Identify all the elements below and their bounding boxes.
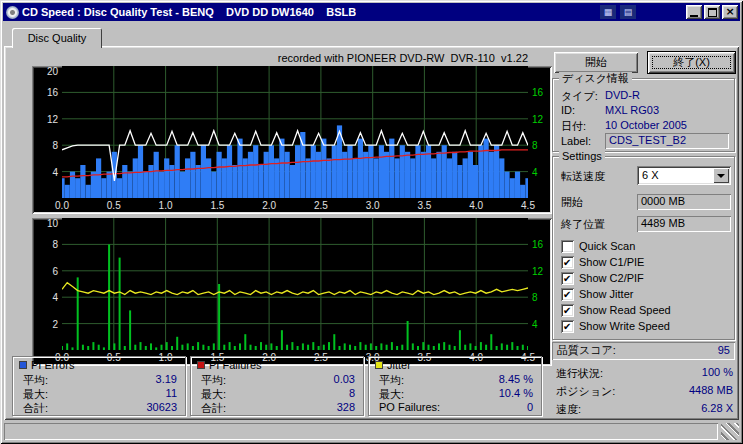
pi-failures-plot xyxy=(62,218,528,350)
stat-label: 平均: xyxy=(201,374,226,386)
maximize-icon xyxy=(708,8,717,17)
checkbox-label: Show C1/PIE xyxy=(579,256,644,268)
checkbox-row-show-c2-pif[interactable]: Show C2/PIF xyxy=(561,271,644,285)
show-c1-pie-checkbox[interactable] xyxy=(561,256,574,269)
stat-row: 合計:328 xyxy=(201,401,355,414)
pi-errors-chart: 20161284 161284 0.00.51.01.52.02.53.03.5… xyxy=(32,66,552,214)
pi-errors-plot xyxy=(62,66,528,198)
stat-row: 最大:11 xyxy=(23,387,177,400)
end-pos-value-box: 4489 MB xyxy=(637,216,731,232)
tab-disc-quality[interactable]: Disc Quality xyxy=(12,28,102,48)
exit-button[interactable]: 終了(X) xyxy=(648,52,735,73)
stat-label: 最大: xyxy=(23,388,48,400)
disc-id-row: ID:MXL RG03 xyxy=(561,104,729,119)
checkbox-row-show-jitter[interactable]: Show Jitter xyxy=(561,287,633,301)
dropdown-button[interactable] xyxy=(713,168,729,183)
stat-row: 最大:8 xyxy=(201,387,355,400)
y-axis-right: 161284 xyxy=(528,218,552,350)
checkbox-label: Show Read Speed xyxy=(579,304,671,316)
tab-page: recorded with PIONEER DVD-RW DVR-110 v1.… xyxy=(4,46,739,420)
stat-header: Jitter xyxy=(375,359,411,371)
show-write-speed-checkbox[interactable] xyxy=(561,320,574,333)
show-read-speed-checkbox[interactable] xyxy=(561,304,574,317)
checkbox-label: Quick Scan xyxy=(579,240,635,252)
show-c2-pif-checkbox[interactable] xyxy=(561,272,574,285)
close-button[interactable]: × xyxy=(722,5,738,19)
field-value: 10 October 2005 xyxy=(605,119,687,131)
maximize-button[interactable] xyxy=(704,5,720,19)
jitter-stats: Jitter 平均:8.45 % 最大:10.4 % PO Failures:0 xyxy=(368,356,542,416)
stat-title: PI Errors xyxy=(31,359,74,371)
field-label: タイプ: xyxy=(561,90,598,102)
disc-label-value-box: CDS_TEST_B2 xyxy=(605,133,729,149)
titlebar-controls: ▦ ▤ × xyxy=(600,5,738,19)
resize-grip[interactable] xyxy=(721,423,739,440)
field-label: ID: xyxy=(561,104,575,116)
checkbox-label: Show Write Speed xyxy=(579,320,670,332)
field-label: 開始 xyxy=(561,196,583,208)
stat-title: Jitter xyxy=(387,359,411,371)
stat-row: 平均:3.19 xyxy=(23,373,177,386)
checkbox-row-show-c1-pie[interactable]: Show C1/PIE xyxy=(561,255,644,269)
show-jitter-checkbox[interactable] xyxy=(561,288,574,301)
stat-label: 合計: xyxy=(201,402,226,414)
title-bar[interactable]: CD Speed : Disc Quality Test - BENQ DVD … xyxy=(3,3,740,21)
position-label: ポジション: xyxy=(556,385,615,397)
pi-errors-stats: PI Errors 平均:3.19 最大:11 合計:30623 xyxy=(12,356,186,416)
x-axis: 0.00.51.01.52.02.53.03.54.04.5 xyxy=(62,198,528,214)
stat-label: 最大: xyxy=(201,388,226,400)
window-title: CD Speed : Disc Quality Test - BENQ DVD … xyxy=(22,6,356,18)
stat-header: PI Errors xyxy=(19,359,74,371)
checkbox-label: Show Jitter xyxy=(579,288,633,300)
jitter-swatch-icon xyxy=(375,361,383,369)
field-label: 転送速度 xyxy=(561,170,605,182)
stat-value: 8.45 % xyxy=(499,373,533,385)
stat-row: 平均:8.45 % xyxy=(379,373,533,386)
stat-label: 最大: xyxy=(379,388,404,400)
status-bar xyxy=(4,423,718,440)
stat-label: 平均: xyxy=(379,374,404,386)
progress-value: 100 % xyxy=(702,366,733,378)
checkbox-row-quick-scan[interactable]: Quick Scan xyxy=(561,239,635,253)
recorded-note: recorded with PIONEER DVD-RW DVR-110 v1.… xyxy=(32,52,528,64)
quality-score-value: 95 xyxy=(718,342,730,359)
pi-failures-chart: 108642 161284 0.00.51.01.52.02.53.03.54.… xyxy=(32,218,552,366)
close-icon: × xyxy=(725,6,734,17)
disc-date-row: 日付:10 October 2005 xyxy=(561,119,729,134)
stat-label: 合計: xyxy=(23,402,48,414)
checkbox-row-show-write-speed[interactable]: Show Write Speed xyxy=(561,319,670,333)
stat-value: 10.4 % xyxy=(499,387,533,399)
stat-row: 合計:30623 xyxy=(23,401,177,414)
checkbox-label: Show C2/PIF xyxy=(579,272,644,284)
disc-label-row: Label: CDS_TEST_B2 xyxy=(561,135,729,150)
field-value: DVD-R xyxy=(605,89,640,101)
start-button[interactable]: 開始 xyxy=(554,52,638,73)
speed-select[interactable]: 6 X xyxy=(637,166,731,185)
speed-row-status: 速度:6.28 X xyxy=(556,402,735,416)
progress-label: 進行状況: xyxy=(556,367,603,379)
stat-row: PO Failures:0 xyxy=(379,401,533,414)
y-axis-left: 20161284 xyxy=(32,66,62,198)
quick-scan-checkbox[interactable] xyxy=(561,240,574,253)
y-axis-right: 161284 xyxy=(528,66,552,198)
settings-group: Settings 転送速度 6 X 開始 0000 MB 終了位置 4489 M… xyxy=(552,156,735,340)
quality-score-label: 品質スコア: xyxy=(557,344,616,356)
stat-header: PI Failures xyxy=(197,359,262,371)
speed-value: 6.28 X xyxy=(701,402,733,414)
speed-label: 速度: xyxy=(556,403,581,415)
graph-view-icon[interactable]: ▦ xyxy=(600,5,616,19)
position-value: 4488 MB xyxy=(689,384,733,396)
group-title: Settings xyxy=(559,150,605,163)
stat-value: 30623 xyxy=(146,401,177,413)
stat-row: 平均:0.03 xyxy=(201,373,355,386)
minimize-button[interactable] xyxy=(686,5,702,19)
chevron-down-icon xyxy=(717,174,725,182)
checkbox-row-show-read-speed[interactable]: Show Read Speed xyxy=(561,303,671,317)
progress-row: 進行状況:100 % xyxy=(556,366,735,380)
stat-value: 0 xyxy=(527,401,533,413)
stat-label: 平均: xyxy=(23,374,48,386)
pi-failures-stats: PI Failures 平均:0.03 最大:8 合計:328 xyxy=(190,356,364,416)
stat-title: PI Failures xyxy=(209,359,262,371)
y-axis-left: 108642 xyxy=(32,218,62,350)
list-view-icon[interactable]: ▤ xyxy=(620,5,636,19)
